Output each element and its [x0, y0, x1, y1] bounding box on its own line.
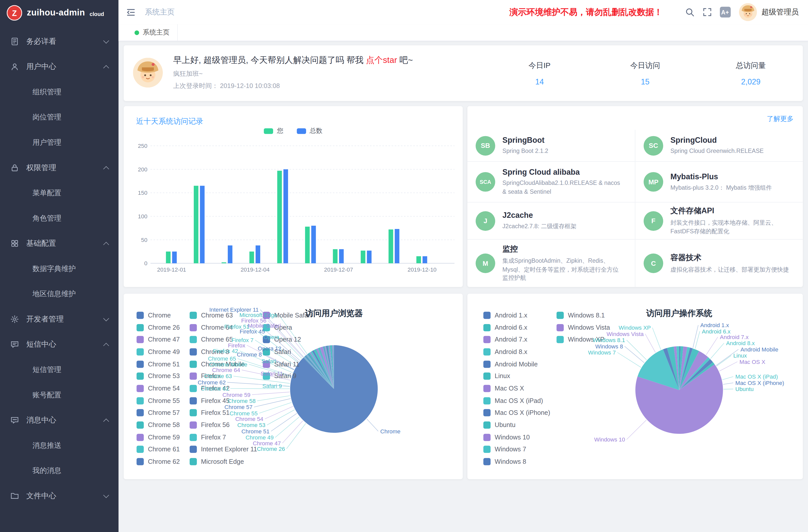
pie-callout-label: Windows 8.1	[593, 337, 625, 343]
sidebar-sub-item[interactable]: 角色管理	[0, 206, 118, 231]
app-logo[interactable]: Z zuihou-admin cloud	[0, 0, 118, 26]
sidebar-sub-item[interactable]: 我的消息	[0, 458, 118, 483]
bar-total[interactable]	[283, 169, 288, 263]
search-icon[interactable]	[684, 7, 694, 17]
bar-total[interactable]	[339, 249, 344, 263]
legend-item[interactable]: Chrome 54	[136, 382, 180, 395]
svg-text:0: 0	[144, 260, 147, 267]
legend-item[interactable]: Chrome 49	[136, 346, 180, 358]
chevron-down-icon	[103, 38, 109, 43]
legend-item[interactable]: Chrome 59	[136, 431, 180, 443]
lock-icon	[11, 163, 19, 172]
legend-item[interactable]: Chrome 55	[136, 395, 180, 407]
legend-item[interactable]: Mac OS X	[483, 382, 550, 395]
sidebar-group-item[interactable]: 用户中心	[0, 54, 118, 79]
legend-item[interactable]: Chrome 62	[136, 456, 180, 468]
breadcrumb[interactable]: 系统主页	[145, 7, 175, 17]
bar-you[interactable]	[305, 227, 310, 263]
sidebar-sub-item[interactable]: 岗位管理	[0, 105, 118, 130]
legend-item[interactable]: Chrome 53	[136, 370, 180, 382]
bar-you[interactable]	[388, 230, 393, 263]
pie-callout-label: Firefox 42	[213, 348, 238, 354]
bar-total[interactable]	[172, 252, 177, 263]
legend-item[interactable]: Windows 10	[483, 431, 550, 443]
legend-item[interactable]: 您	[264, 127, 283, 136]
legend-item[interactable]: 总数	[297, 127, 323, 136]
sidebar-sub-item[interactable]: 消息推送	[0, 433, 118, 458]
bar-you[interactable]	[194, 186, 198, 263]
star-link[interactable]: 点个star	[366, 55, 397, 65]
legend-item[interactable]: Chrome 26	[136, 321, 180, 333]
bar-total[interactable]	[200, 186, 204, 263]
avatar[interactable]	[739, 3, 757, 21]
sidebar-sub-item[interactable]: 用户管理	[0, 130, 118, 155]
sidebar-group-item[interactable]: 文件中心	[0, 483, 118, 509]
bar-you[interactable]	[277, 171, 282, 263]
sidebar-group-item[interactable]: 开发者管理	[0, 307, 118, 332]
legend-item[interactable]: Microsoft Edge	[190, 456, 257, 468]
sidebar-group-item[interactable]: 权限管理	[0, 155, 118, 181]
legend-item[interactable]: Android 7.x	[483, 333, 550, 346]
bar-you[interactable]	[222, 262, 226, 263]
legend-item[interactable]: Android 1.x	[483, 309, 550, 321]
legend-item[interactable]: Android Mobile	[483, 358, 550, 370]
stats-row: 今日IP 14 今日访问 15 总访问量 2,029	[473, 61, 789, 86]
legend-item[interactable]: Windows 8.1	[556, 309, 610, 321]
stat-value[interactable]: 2,029	[712, 77, 789, 86]
sidebar-sub-item[interactable]: 组织管理	[0, 79, 118, 105]
legend-label: Windows Vista	[568, 324, 610, 331]
legend-item[interactable]: Windows Vista	[556, 321, 610, 333]
bar-total[interactable]	[311, 226, 316, 263]
legend-item[interactable]: Chrome	[136, 309, 180, 321]
sidebar-group-item[interactable]: 务必详看	[0, 29, 118, 54]
legend-item[interactable]: Linux	[483, 370, 550, 382]
bar-total[interactable]	[367, 251, 371, 263]
legend-item[interactable]: Windows 7	[483, 443, 550, 456]
bar-you[interactable]	[417, 256, 421, 263]
stat-value[interactable]: 15	[607, 77, 684, 86]
sidebar-group-item[interactable]: 短信中心	[0, 332, 118, 357]
tab-home[interactable]: 系统主页	[127, 24, 178, 41]
bar-you[interactable]	[249, 252, 254, 263]
tech-column-right: SCSpringCloudSpring Cloud Greenwich.RELE…	[635, 130, 803, 287]
legend-item[interactable]: Ubuntu	[483, 419, 550, 431]
learn-more-link[interactable]: 了解更多	[767, 114, 793, 124]
sidebar-group-item[interactable]: 基础配置	[0, 231, 118, 256]
sidebar-sub-item[interactable]: 账号配置	[0, 382, 118, 408]
legend-item[interactable]: Chrome 57	[136, 407, 180, 419]
stat-value[interactable]: 14	[501, 77, 578, 86]
sidebar-fold-icon[interactable]	[126, 7, 136, 17]
legend-item[interactable]: Chrome 51	[136, 358, 180, 370]
tech-badge: MP	[644, 172, 663, 192]
bar-total[interactable]	[423, 256, 427, 263]
legend-item[interactable]: Android 8.x	[483, 346, 550, 358]
legend-column: Android 1.xAndroid 6.xAndroid 7.xAndroid…	[483, 309, 550, 468]
legend-item[interactable]: Windows 8	[483, 456, 550, 468]
sidebar-sub-item[interactable]: 短信管理	[0, 357, 118, 382]
legend-label: Linux	[495, 373, 510, 380]
legend-item[interactable]: Chrome 61	[136, 443, 180, 456]
legend-item[interactable]: Android 6.x	[483, 321, 550, 333]
bar-total[interactable]	[228, 245, 232, 263]
sidebar-sub-item[interactable]: 数据字典维护	[0, 256, 118, 281]
sidebar-sub-item[interactable]: 地区信息维护	[0, 281, 118, 307]
sidebar-group-item[interactable]: 消息中心	[0, 407, 118, 433]
legend-item[interactable]: Mac OS X (iPhone)	[483, 407, 550, 419]
sidebar-sub-item[interactable]: 菜单配置	[0, 180, 118, 206]
legend-item[interactable]: Chrome 47	[136, 333, 180, 346]
app-root: Z zuihou-admin cloud 务必详看用户中心组织管理岗位管理用户管…	[0, 0, 808, 532]
legend-swatch	[264, 128, 273, 134]
legend-item[interactable]: Chrome 58	[136, 419, 180, 431]
font-size-icon[interactable]: A+	[720, 6, 731, 18]
bar-you[interactable]	[333, 249, 337, 263]
bar-total[interactable]	[256, 245, 260, 263]
bar-you[interactable]	[361, 251, 365, 263]
legend-item[interactable]: Internet Explorer 11	[190, 443, 257, 456]
tech-item: C容器技术虚拟化容器技术，让迁移、部署更加方便快捷	[635, 240, 803, 287]
bar-you[interactable]	[166, 252, 170, 263]
legend-item[interactable]: Mac OS X (iPad)	[483, 395, 550, 407]
fullscreen-icon[interactable]	[702, 7, 712, 17]
bar-total[interactable]	[394, 229, 399, 263]
pie-callout-label: Linux	[733, 352, 747, 359]
username[interactable]: 超级管理员	[761, 7, 798, 17]
